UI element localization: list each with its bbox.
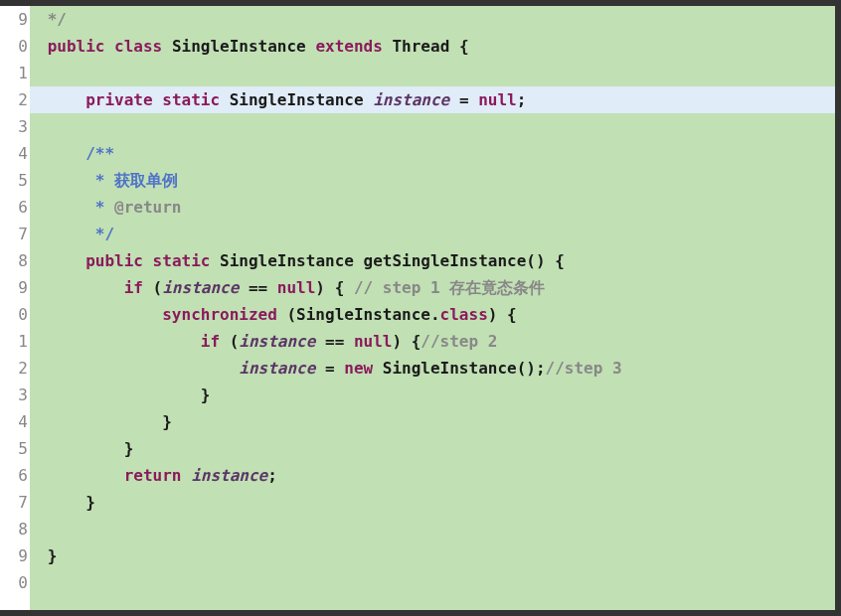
code-line[interactable]: /** (30, 140, 835, 167)
code-line[interactable]: */ (30, 6, 835, 33)
field-instance: instance (191, 466, 267, 485)
paren-open: (SingleInstance. (277, 305, 440, 324)
semicolon: ; (517, 90, 527, 109)
keyword-return: return (124, 466, 182, 485)
line-number: 2 (0, 86, 30, 113)
paren-close: ) { (392, 332, 420, 351)
comment-step1: // step 1 存在竟态条件 (354, 278, 545, 297)
code-line[interactable] (30, 569, 835, 596)
keyword-static: static (162, 90, 220, 109)
line-number: 7 (0, 489, 30, 516)
line-number: 1 (0, 60, 30, 86)
op-assign: = (449, 90, 478, 109)
javadoc-text: * 获取单例 (95, 171, 178, 190)
indent (38, 37, 48, 56)
line-number: 4⊖ (0, 140, 30, 167)
comment-step2: //step 2 (420, 332, 497, 351)
line-number-gutter: 901234⊖5678⊖901234567890 (0, 6, 30, 610)
superclass: Thread (392, 37, 449, 56)
keyword-private: private (85, 90, 152, 109)
indent (38, 359, 239, 378)
line-number: 0 (0, 569, 30, 596)
keyword-if: if (201, 332, 220, 351)
keyword-static: static (153, 251, 211, 270)
paren-brace: () { (526, 251, 565, 270)
field-instance: instance (373, 90, 449, 109)
indent (38, 546, 48, 565)
code-line[interactable]: * @return (30, 194, 835, 221)
paren-open: ( (220, 332, 239, 351)
code-line[interactable]: */ (30, 221, 835, 247)
paren-open: ( (143, 278, 162, 297)
keyword-null: null (478, 90, 517, 109)
code-line[interactable]: if (instance == null) {//step 2 (30, 328, 835, 355)
code-line[interactable] (30, 60, 835, 86)
line-number: 9 (0, 542, 30, 569)
code-line[interactable]: } (30, 489, 835, 516)
field-instance: instance (162, 278, 239, 297)
line-number: 3 (0, 382, 30, 408)
code-line[interactable]: synchronized (SingleInstance.class) { (30, 301, 835, 328)
indent (38, 198, 95, 217)
type: SingleInstance (230, 90, 364, 109)
line-number (0, 596, 30, 616)
javadoc-tag-return: @return (114, 198, 181, 217)
op-eq: == (239, 278, 277, 297)
code-line[interactable]: } (30, 542, 835, 569)
code-line[interactable] (30, 596, 835, 616)
code-line[interactable]: } (30, 435, 835, 462)
keyword-public: public (48, 37, 105, 56)
line-number: 5 (0, 167, 30, 194)
indent (38, 144, 85, 163)
line-number: 9 (0, 274, 30, 301)
keyword-null: null (277, 278, 316, 297)
indent (38, 90, 85, 109)
code-line[interactable]: } (30, 382, 835, 408)
line-number: 5 (0, 435, 30, 462)
field-instance: instance (239, 359, 315, 378)
op-eq: == (315, 332, 354, 351)
code-line[interactable]: public static SingleInstance getSingleIn… (30, 247, 835, 274)
paren-close: ) { (488, 305, 517, 324)
code-line[interactable] (30, 516, 835, 542)
line-number: 6 (0, 462, 30, 489)
indent (38, 251, 85, 270)
line-number: 4 (0, 408, 30, 435)
code-line[interactable]: if (instance == null) { // step 1 存在竟态条件 (30, 274, 835, 301)
line-number: 0 (0, 301, 30, 328)
indent (38, 225, 95, 243)
indent (38, 10, 48, 29)
code-editor[interactable]: 901234⊖5678⊖901234567890 */ public class… (0, 6, 835, 610)
code-line-current[interactable]: private static SingleInstance instance =… (30, 86, 835, 113)
code-line[interactable]: return instance; (30, 462, 835, 489)
code-line[interactable]: } (30, 408, 835, 435)
code-line[interactable] (30, 113, 835, 140)
code-area[interactable]: */ public class SingleInstance extends T… (30, 6, 835, 610)
keyword-synchronized: synchronized (162, 305, 277, 324)
class-name: SingleInstance (172, 37, 306, 56)
code-line[interactable]: public class SingleInstance extends Thre… (30, 33, 835, 60)
line-number: 9 (0, 6, 30, 33)
indent (38, 439, 124, 458)
method-name: getSingleInstance (364, 251, 527, 270)
line-number: 2 (0, 355, 30, 382)
code-line[interactable]: * 获取单例 (30, 167, 835, 194)
keyword-extends: extends (315, 37, 382, 56)
line-number: 3 (0, 113, 30, 140)
brace-close: } (85, 493, 95, 512)
brace-close: } (124, 439, 134, 458)
comment-step3: //step 3 (546, 359, 622, 378)
javadoc-end: */ (95, 225, 114, 243)
keyword-public: public (85, 251, 143, 270)
brace: { (449, 37, 468, 56)
keyword-class: class (114, 37, 162, 56)
javadoc-start: /** (85, 144, 114, 163)
constructor: SingleInstance(); (373, 359, 545, 378)
indent (38, 332, 201, 351)
brace-close: } (48, 546, 58, 565)
line-number: 0 (0, 33, 30, 60)
field-instance: instance (239, 332, 315, 351)
indent (38, 466, 124, 485)
line-number: 8⊖ (0, 247, 30, 274)
code-line[interactable]: instance = new SingleInstance();//step 3 (30, 355, 835, 382)
